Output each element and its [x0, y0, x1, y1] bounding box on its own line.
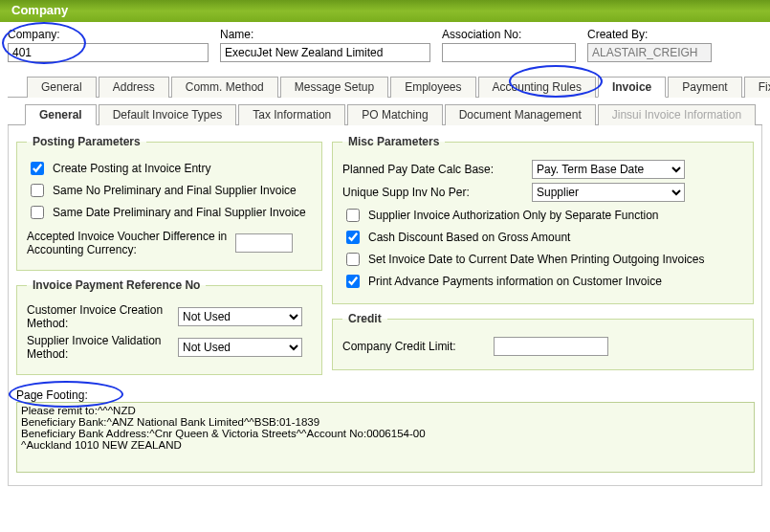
lbl-planned-base: Planned Pay Date Calc Base: — [342, 163, 524, 176]
subtab-po-matching[interactable]: PO Matching — [347, 104, 442, 125]
lbl-setdate: Set Invoice Date to Current Date When Pr… — [368, 253, 705, 266]
misc-parameters-legend: Misc Parameters — [342, 135, 445, 148]
invoice-ref-group: Invoice Payment Reference No Customer In… — [16, 278, 322, 375]
chk-auth[interactable] — [346, 209, 360, 222]
tab-accounting-rules[interactable]: Accounting Rules — [478, 77, 596, 98]
tab-message-setup[interactable]: Message Setup — [280, 77, 388, 98]
misc-parameters-group: Misc Parameters Planned Pay Date Calc Ba… — [332, 135, 754, 304]
window-title: Company — [0, 0, 770, 22]
tab-address[interactable]: Address — [99, 77, 169, 98]
lbl-advance: Print Advance Payments information on Cu… — [368, 275, 662, 288]
chk-create-posting[interactable] — [31, 162, 44, 175]
created-by-input — [587, 43, 712, 62]
invoice-ref-legend: Invoice Payment Reference No — [27, 278, 206, 292]
credit-group: Credit Company Credit Limit: — [332, 312, 754, 370]
select-cust-method[interactable]: Not Used — [178, 307, 302, 326]
chk-cash[interactable] — [346, 231, 360, 244]
main-tabstrip: General Address Comm. Method Message Set… — [8, 76, 762, 98]
subtab-document-management[interactable]: Document Management — [445, 104, 596, 125]
company-label: Company: — [8, 28, 209, 41]
lbl-credit-limit: Company Credit Limit: — [342, 340, 486, 353]
company-input[interactable] — [8, 43, 209, 62]
subtab-tax-information[interactable]: Tax Information — [238, 104, 345, 125]
tab-comm-method[interactable]: Comm. Method — [171, 77, 278, 98]
chk-setdate[interactable] — [346, 253, 360, 266]
subtab-jinsui: Jinsui Invoice Information — [598, 104, 756, 125]
subtab-general[interactable]: General — [25, 104, 97, 125]
created-by-label: Created By: — [587, 28, 712, 41]
page-footing-label: Page Footing: — [16, 388, 88, 402]
chk-same-date[interactable] — [31, 206, 44, 219]
posting-parameters-legend: Posting Parameters — [27, 135, 146, 148]
tab-invoice[interactable]: Invoice — [598, 77, 666, 98]
name-input[interactable] — [220, 43, 430, 62]
chk-advance[interactable] — [346, 275, 360, 288]
name-label: Name: — [220, 28, 430, 41]
lbl-cash: Cash Discount Based on Gross Amount — [368, 231, 570, 244]
input-credit-limit[interactable] — [494, 337, 608, 356]
tab-fixed-assets[interactable]: Fixed Assets — [744, 77, 770, 98]
lbl-create-posting: Create Posting at Invoice Entry — [53, 162, 210, 175]
tab-general[interactable]: General — [27, 77, 97, 98]
lbl-unique-per: Unique Supp Inv No Per: — [342, 186, 524, 199]
lbl-auth: Supplier Invoice Authorization Only by S… — [368, 209, 659, 222]
lbl-supp-method: Supplier Invoice Validation Method: — [27, 334, 170, 361]
tab-employees[interactable]: Employees — [390, 77, 475, 98]
invoice-general-panel: Posting Parameters Create Posting at Inv… — [8, 125, 762, 486]
posting-parameters-group: Posting Parameters Create Posting at Inv… — [16, 135, 322, 271]
tab-payment[interactable]: Payment — [668, 77, 741, 98]
lbl-same-date: Same Date Preliminary and Final Supplier… — [53, 206, 306, 219]
sub-tabstrip: General Default Invoice Types Tax Inform… — [8, 103, 762, 125]
input-accepted-diff[interactable] — [235, 233, 293, 253]
lbl-cust-method: Customer Invoice Creation Method: — [27, 303, 170, 330]
select-unique-per[interactable]: Supplier — [532, 183, 685, 202]
lbl-accepted-diff: Accepted Invoice Voucher Difference in A… — [27, 230, 228, 256]
lbl-same-no: Same No Preliminary and Final Supplier I… — [53, 184, 297, 197]
chk-same-no[interactable] — [31, 184, 44, 197]
select-planned-base[interactable]: Pay. Term Base Date — [532, 160, 685, 179]
subtab-default-invoice-types[interactable]: Default Invoice Types — [99, 104, 237, 125]
select-supp-method[interactable]: Not Used — [178, 338, 302, 357]
page-footing-textarea[interactable] — [16, 402, 755, 473]
credit-legend: Credit — [342, 312, 387, 325]
association-label: Association No: — [442, 28, 576, 41]
association-input[interactable] — [442, 43, 576, 62]
